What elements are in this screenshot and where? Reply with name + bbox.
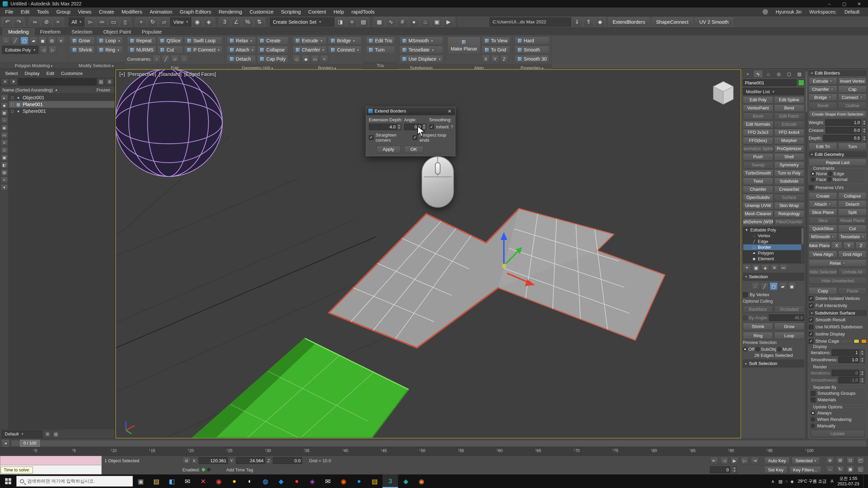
modifier-button[interactable]: Symmetry	[774, 161, 805, 169]
grow-button[interactable]: Grow	[774, 323, 804, 330]
editable-poly-dropdown[interactable]: Editable Poly	[2, 46, 38, 54]
dialog-help-icon[interactable]: ?	[451, 124, 453, 129]
reference-coordinate-dropdown[interactable]: View	[170, 18, 191, 26]
ribbon-tab[interactable]: Modeling	[3, 28, 34, 35]
crease-spinner[interactable]: ▲▼	[862, 127, 867, 134]
grow-button[interactable]: Grow	[70, 37, 95, 45]
rollout-button[interactable]: MSmooth	[809, 233, 837, 240]
extension-depth-value[interactable]: 4.0	[369, 124, 397, 130]
update-always-radio[interactable]	[811, 411, 815, 415]
edge-mode-icon[interactable]: ╱	[11, 37, 19, 45]
planar-x-button[interactable]: X	[831, 242, 842, 249]
ruler-tick[interactable]: 30	[265, 448, 304, 455]
ruler-tick[interactable]: 35	[304, 448, 343, 455]
axis-button[interactable]: Z	[500, 55, 508, 63]
rollout-button[interactable]: Tessellate	[838, 233, 867, 240]
render-iterations-spinner[interactable]: ▲▼	[860, 370, 865, 376]
unlink-selection-icon[interactable]: ⊘	[41, 17, 52, 27]
use-pivot-center-icon[interactable]: ◉	[192, 17, 203, 27]
rollout-button[interactable]: Split	[838, 208, 867, 216]
rollout-button[interactable]: Bevel	[809, 102, 837, 109]
adaptive-degradation-on-dot[interactable]	[202, 468, 205, 471]
go-to-start-icon[interactable]: ⇤	[710, 457, 718, 464]
taskbar-app[interactable]: ◍	[258, 474, 273, 488]
modifier-button[interactable]: Edit Normals	[743, 121, 773, 128]
modifier-button[interactable]: FFD 3x3x3	[743, 129, 773, 136]
signed-in-user[interactable]: Hyunsuk Jin	[772, 8, 805, 15]
modify-tab[interactable]: ∿	[753, 70, 763, 78]
script-toolbar-button[interactable]: ShapeConnect	[652, 17, 693, 27]
vertex-icon[interactable]: ∴	[751, 282, 760, 290]
ruler-tick[interactable]: 75	[613, 448, 651, 455]
constraint-face-radio[interactable]	[811, 177, 815, 182]
snap-toggle-icon[interactable]: 3	[219, 17, 230, 27]
taskbar-app[interactable]: ◧	[164, 474, 180, 488]
stack-scrollbar[interactable]	[801, 227, 804, 263]
previous-frame-icon[interactable]: ◁	[720, 457, 728, 464]
ribbon-button[interactable]: Chamfer	[293, 46, 327, 54]
modifier-button[interactable]: Push	[743, 153, 773, 161]
render-iterations-field[interactable]: 0	[832, 370, 859, 376]
modifier-button[interactable]: Bend	[774, 104, 805, 112]
ribbon-button[interactable]: NURMS	[127, 46, 156, 54]
column-header-name[interactable]: Name (Sorted Ascending)	[2, 87, 53, 93]
constrain-normal-icon[interactable]: ∴	[180, 55, 188, 63]
modifier-list-dropdown[interactable]: Modifier List	[743, 88, 804, 95]
object-name-field[interactable]: Plane001	[743, 79, 796, 86]
explorer-tool-icon[interactable]: ◉	[1, 125, 8, 131]
border-mode-icon[interactable]: ▢	[20, 37, 28, 45]
repeat-last-button[interactable]: Repeat Last	[809, 159, 867, 166]
taskbar-app[interactable]: ◆	[398, 474, 414, 488]
hide-unselected-button[interactable]: Hide Unselected	[809, 277, 867, 284]
modifier-button[interactable]: FFD(box)	[743, 137, 773, 144]
grid-align-button[interactable]: Grid Align	[838, 250, 867, 258]
border-icon[interactable]: ▢	[770, 282, 778, 290]
smoothness-field[interactable]: 1.0	[839, 357, 859, 363]
vertex-mode-icon[interactable]: ∴	[2, 37, 10, 45]
scene-script-icon[interactable]: ◆	[595, 17, 606, 27]
rollout-button[interactable]: Slice Plane	[809, 208, 837, 216]
current-frame-field[interactable]: 0	[710, 466, 730, 473]
cage-color-swatch[interactable]	[854, 339, 859, 343]
menu-item[interactable]: Create	[95, 8, 118, 15]
configure-modifier-sets-icon[interactable]: ≔	[780, 264, 788, 271]
ribbon-button[interactable]: Collapse	[257, 46, 288, 54]
select-by-name-icon[interactable]: ≔	[97, 17, 107, 27]
ribbon-button[interactable]: To Grid	[482, 46, 510, 54]
select-region-icon[interactable]: ▭	[108, 17, 119, 27]
create-tab[interactable]: +	[743, 70, 753, 78]
explorer-tool-icon[interactable]: ▭	[1, 132, 8, 138]
ribbon-tab[interactable]: Freeform	[35, 28, 66, 35]
ruler-tick[interactable]: 90	[729, 448, 767, 455]
undo-icon[interactable]: ↶	[2, 17, 13, 27]
notification-center-edge[interactable]	[863, 474, 866, 488]
modifier-button[interactable]: Subdivide	[774, 178, 805, 185]
modifier-button[interactable]: Sweep	[743, 161, 773, 169]
ruler-tick[interactable]: 0	[34, 448, 73, 455]
modifier-button[interactable]: Edit Spline	[774, 96, 805, 104]
named-selection-set-field[interactable]: Create Selection Set	[270, 18, 334, 26]
select-and-move-icon[interactable]: +	[136, 17, 146, 27]
use-nurms-checkbox[interactable]	[809, 325, 813, 329]
taskbar-app[interactable]: ●	[289, 474, 304, 488]
shrink-button[interactable]: Shrink	[743, 323, 773, 330]
modifier-button[interactable]: Unwrap UVW	[743, 202, 773, 209]
modifier-button[interactable]: Turn to Poly	[774, 169, 805, 177]
listener-macro-line[interactable]	[0, 456, 102, 465]
explorer-tool-icon[interactable]: ◧	[1, 162, 8, 168]
rollout-button[interactable]: QuickSlice	[809, 225, 837, 232]
panel-title[interactable]: Modify Selection	[67, 62, 125, 68]
tray-icon[interactable]: ◈	[790, 479, 794, 484]
ribbon-button[interactable]: Cut	[157, 46, 183, 54]
rendered-frame-icon[interactable]: ▣	[432, 17, 442, 27]
isoline-display-checkbox[interactable]	[809, 332, 813, 337]
menu-item[interactable]: Customize	[246, 8, 277, 15]
ribbon-button[interactable]: Extrude	[293, 37, 327, 45]
explorer-menu-item[interactable]: Customize	[58, 70, 86, 76]
delete-isolated-vertices-checkbox[interactable]	[809, 296, 813, 301]
ruler-tick[interactable]: 50	[420, 448, 458, 455]
taskbar-app[interactable]: ◆	[273, 474, 289, 488]
utilities-tab[interactable]: ▨	[795, 70, 805, 78]
tray-icon[interactable]: ◌	[785, 479, 788, 484]
bind-to-space-warp-icon[interactable]: ≈	[53, 17, 63, 27]
